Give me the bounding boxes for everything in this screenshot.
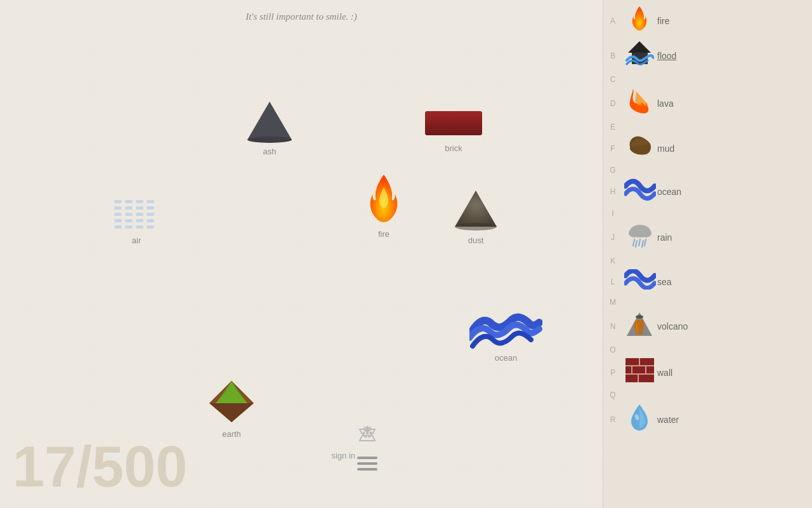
sidebar-letter-l: L <box>603 277 622 286</box>
ash-label: ash <box>263 147 277 156</box>
sidebar-letter-f: F <box>603 144 622 153</box>
svg-marker-24 <box>455 190 497 227</box>
sidebar-letter-d: D <box>603 99 622 108</box>
element-air[interactable]: air <box>111 197 162 245</box>
sidebar-label-wall: wall <box>657 368 672 378</box>
svg-point-38 <box>640 229 652 237</box>
sidebar-letter-e: E <box>603 123 622 131</box>
canvas[interactable]: It's still important to smile. :) 17/500 <box>0 0 603 508</box>
svg-rect-6 <box>136 206 143 210</box>
sidebar-item-i: I <box>603 207 812 220</box>
svg-rect-14 <box>136 219 143 222</box>
dust-icon <box>447 187 504 232</box>
sidebar-item-sea[interactable]: L sea <box>603 267 812 296</box>
svg-line-42 <box>636 241 637 247</box>
hamburger-icon <box>357 457 377 471</box>
dust-label: dust <box>468 236 484 245</box>
sidebar-item-flood[interactable]: B flood <box>603 38 812 73</box>
ash-icon <box>241 98 298 143</box>
sidebar-item-fire[interactable]: A fire <box>603 3 812 38</box>
svg-rect-0 <box>114 200 122 203</box>
flood-sidebar-icon <box>622 40 657 71</box>
svg-line-43 <box>642 241 643 247</box>
sidebar-letter-r: R <box>603 415 622 424</box>
sidebar-letter-b: B <box>603 51 622 60</box>
element-brick[interactable]: brick <box>422 105 485 153</box>
svg-rect-4 <box>114 206 122 210</box>
svg-rect-5 <box>125 206 133 210</box>
sidebar-letter-n: N <box>603 322 622 331</box>
svg-point-45 <box>636 315 643 319</box>
menu-button[interactable] <box>357 457 377 473</box>
air-label: air <box>132 236 141 245</box>
sidebar: A fire B <box>603 0 812 508</box>
brick-icon <box>422 105 485 140</box>
motivational-message: It's still important to smile. :) <box>222 11 381 22</box>
sidebar-letter-k: K <box>603 257 622 265</box>
sidebar-label-ocean: ocean <box>657 187 681 197</box>
svg-rect-17 <box>125 225 133 229</box>
sidebar-item-ocean[interactable]: H ocean <box>603 177 812 207</box>
sidebar-label-rain: rain <box>657 232 672 243</box>
svg-rect-19 <box>147 225 154 229</box>
svg-marker-34 <box>628 41 651 53</box>
sidebar-letter-q: Q <box>603 391 622 399</box>
recycle-icon: ♻ <box>357 423 377 443</box>
sidebar-item-e: E <box>603 121 812 133</box>
svg-line-41 <box>645 239 646 246</box>
svg-rect-9 <box>125 213 133 216</box>
svg-rect-32 <box>357 462 377 465</box>
svg-rect-33 <box>357 468 377 471</box>
sidebar-item-lava[interactable]: D lava <box>603 86 812 121</box>
sidebar-item-mud[interactable]: F mud <box>603 133 812 164</box>
sidebar-label-volcano: volcano <box>657 321 688 331</box>
lava-sidebar-icon <box>622 88 657 119</box>
sidebar-item-volcano[interactable]: N volcano <box>603 309 812 344</box>
ocean-sidebar-icon <box>622 178 657 205</box>
brick-label: brick <box>445 144 462 153</box>
sidebar-item-g: G <box>603 164 812 177</box>
sidebar-letter-p: P <box>603 368 622 377</box>
svg-line-40 <box>639 239 640 246</box>
sidebar-label-flood: flood <box>657 51 676 61</box>
svg-point-25 <box>455 223 497 231</box>
svg-rect-18 <box>136 225 143 229</box>
sidebar-letter-c: C <box>603 75 622 84</box>
svg-point-21 <box>247 137 292 143</box>
sidebar-item-q: Q <box>603 389 812 401</box>
sidebar-letter-i: I <box>603 209 622 218</box>
sidebar-items-list: A fire B <box>603 0 812 438</box>
sidebar-item-water[interactable]: R water <box>603 401 812 438</box>
wall-sidebar-icon <box>622 358 657 387</box>
svg-line-39 <box>633 239 634 246</box>
svg-rect-12 <box>114 219 122 222</box>
element-fire[interactable]: fire <box>362 171 406 239</box>
element-ocean[interactable]: ocean <box>469 311 542 363</box>
sidebar-label-water: water <box>657 415 679 425</box>
sidebar-item-k: K <box>603 255 812 267</box>
element-earth[interactable]: earth <box>203 378 260 439</box>
fire-canvas-icon <box>362 171 406 225</box>
svg-rect-8 <box>114 213 122 216</box>
air-icon <box>111 197 162 232</box>
svg-rect-31 <box>357 457 377 459</box>
sidebar-item-rain[interactable]: J rain <box>603 220 812 255</box>
sidebar-label-sea: sea <box>657 277 672 287</box>
sidebar-item-wall[interactable]: P wall <box>603 356 812 389</box>
volcano-sidebar-icon <box>622 311 657 342</box>
element-ash[interactable]: ash <box>241 98 298 156</box>
recycle-button[interactable]: ♻ <box>357 423 377 448</box>
svg-rect-15 <box>147 219 154 222</box>
sea-sidebar-icon <box>622 269 657 294</box>
rain-sidebar-icon <box>622 222 657 253</box>
mud-sidebar-icon <box>622 135 657 162</box>
svg-rect-7 <box>147 206 154 210</box>
element-dust[interactable]: dust <box>447 187 504 245</box>
ocean-canvas-label: ocean <box>495 353 517 363</box>
sidebar-item-o: O <box>603 344 812 356</box>
sign-in-button[interactable]: sign in <box>331 451 355 460</box>
earth-label: earth <box>222 429 241 439</box>
svg-marker-20 <box>247 102 292 140</box>
svg-rect-2 <box>136 200 143 203</box>
sidebar-letter-j: J <box>603 233 622 242</box>
